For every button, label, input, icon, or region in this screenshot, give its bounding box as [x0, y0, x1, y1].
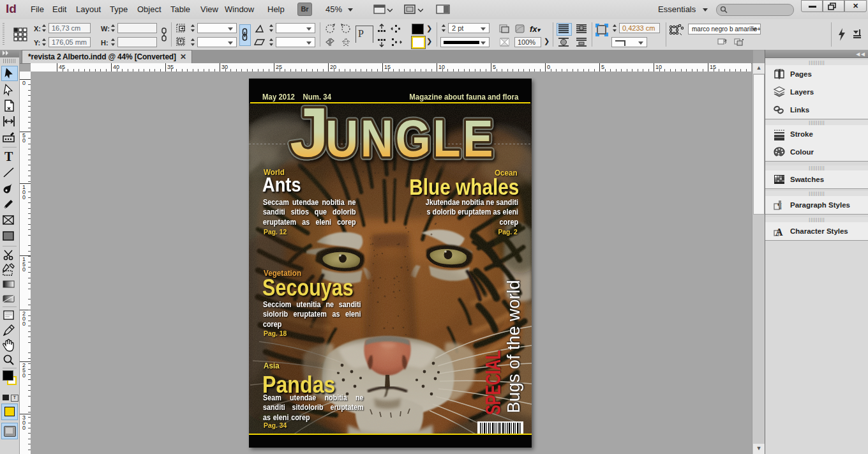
svg-text:T: T [4, 149, 13, 163]
svg-text:J: J [290, 93, 329, 171]
svg-text:UNGLE: UNGLE [326, 110, 495, 167]
svg-text:A: A [775, 227, 783, 238]
